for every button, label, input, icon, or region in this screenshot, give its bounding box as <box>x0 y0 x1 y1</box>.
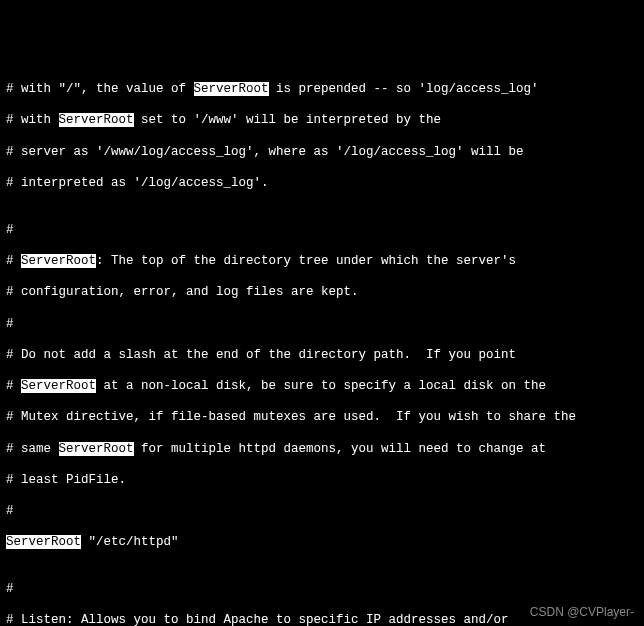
config-line: # same ServerRoot for multiple httpd dae… <box>6 442 638 458</box>
highlight-serverroot: ServerRoot <box>194 82 269 96</box>
highlight-serverroot: ServerRoot <box>59 442 134 456</box>
config-line: # with ServerRoot set to '/www' will be … <box>6 113 638 129</box>
config-line: # ServerRoot: The top of the directory t… <box>6 254 638 270</box>
config-line: # server as '/www/log/access_log', where… <box>6 145 638 161</box>
config-line: # Mutex directive, if file-based mutexes… <box>6 410 638 426</box>
config-line: # <box>6 504 638 520</box>
terminal-viewport[interactable]: # with "/", the value of ServerRoot is p… <box>6 67 638 627</box>
highlight-serverroot: ServerRoot <box>59 113 134 127</box>
config-line: # <box>6 582 638 598</box>
highlight-serverroot: ServerRoot <box>6 535 81 549</box>
config-line: # Do not add a slash at the end of the d… <box>6 348 638 364</box>
highlight-serverroot: ServerRoot <box>21 379 96 393</box>
watermark-text: CSDN @CVPlayer- <box>530 605 634 620</box>
config-line: # configuration, error, and log files ar… <box>6 285 638 301</box>
config-line: # <box>6 223 638 239</box>
config-line: ServerRoot "/etc/httpd" <box>6 535 638 551</box>
config-line: # least PidFile. <box>6 473 638 489</box>
config-line: # with "/", the value of ServerRoot is p… <box>6 82 638 98</box>
config-line: # interpreted as '/log/access_log'. <box>6 176 638 192</box>
highlight-serverroot: ServerRoot <box>21 254 96 268</box>
config-line: # <box>6 317 638 333</box>
config-line: # ServerRoot at a non-local disk, be sur… <box>6 379 638 395</box>
